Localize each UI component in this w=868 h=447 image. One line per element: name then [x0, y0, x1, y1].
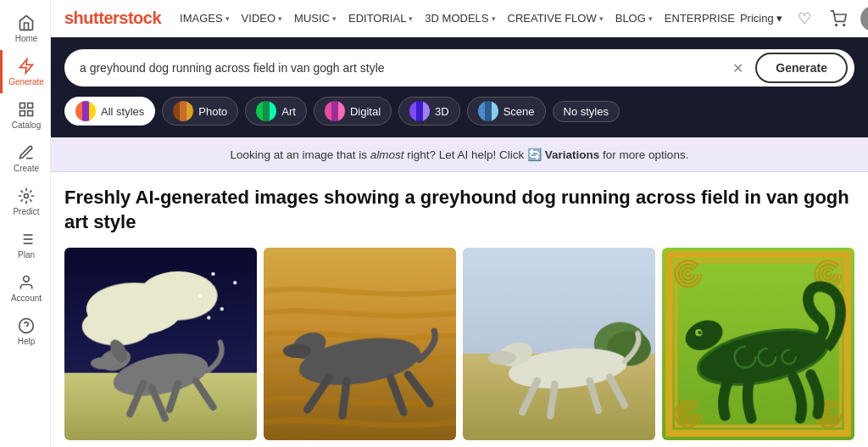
info-text-italic: almost: [370, 148, 404, 161]
style-pill-label-2: Art: [281, 105, 296, 118]
nav-chevron-icon: ▾: [225, 14, 230, 23]
nav-link-video[interactable]: VIDEO▾: [236, 8, 287, 28]
nav-chevron-icon: ▾: [492, 14, 496, 23]
nav-link-music[interactable]: MUSIC▾: [289, 8, 342, 28]
nav-link-blog[interactable]: BLOG▾: [610, 8, 658, 28]
svg-rect-33: [478, 101, 485, 121]
top-nav: shutterstock IMAGES▾VIDEO▾MUSIC▾EDITORIA…: [51, 0, 868, 37]
style-pill-art[interactable]: Art: [245, 97, 307, 126]
image-grid: [64, 248, 854, 440]
clear-icon: ✕: [732, 60, 743, 76]
nav-link-label: 3D MODELS: [425, 12, 488, 25]
svg-rect-20: [89, 101, 96, 121]
image-card-1[interactable]: [64, 248, 257, 440]
cart-button[interactable]: [826, 7, 850, 31]
svg-point-12: [24, 277, 30, 282]
sidebar-icon-generate: [17, 57, 36, 75]
style-thumb-3: [325, 101, 345, 121]
sidebar-label-generate: Generate: [8, 77, 44, 87]
sidebar-icon-plan: [17, 230, 36, 249]
logo-text: shutterstock: [64, 8, 161, 28]
nav-link-editorial[interactable]: EDITORIAL▾: [343, 8, 418, 28]
svg-point-16: [843, 24, 845, 25]
style-pill-3d[interactable]: 3D: [398, 97, 460, 126]
generate-button[interactable]: Generate: [755, 53, 848, 83]
nav-right: Pricing ▾ ♡: [740, 6, 868, 31]
nav-chevron-icon: ▾: [648, 14, 653, 23]
sync-icon: 🔄: [527, 148, 542, 161]
info-text-after: right? Let AI help! Click: [403, 148, 527, 161]
image-card-3[interactable]: [463, 248, 655, 440]
sidebar-item-account[interactable]: Account: [0, 266, 50, 310]
svg-rect-26: [270, 101, 276, 121]
variations-link[interactable]: Variations: [545, 148, 600, 161]
style-pill-scene[interactable]: Scene: [467, 97, 546, 126]
svg-rect-31: [416, 101, 423, 121]
svg-rect-23: [186, 101, 193, 121]
sidebar-item-predict[interactable]: Predict: [0, 180, 50, 223]
svg-marker-0: [20, 59, 33, 74]
sidebar-icon-account: [17, 273, 36, 292]
svg-rect-2: [28, 103, 33, 109]
svg-rect-30: [409, 101, 416, 121]
sidebar-icon-create: [17, 143, 36, 162]
logo[interactable]: shutterstock: [64, 8, 161, 28]
sidebar-item-home[interactable]: Home: [0, 7, 50, 50]
nav-link-label: IMAGES: [180, 12, 223, 25]
style-pill-photo[interactable]: Photo: [162, 97, 238, 126]
cart-icon: [830, 10, 847, 27]
style-thumb-4: [409, 101, 430, 121]
search-clear-button[interactable]: ✕: [726, 57, 748, 79]
style-pill-no-styles[interactable]: No styles: [553, 101, 620, 122]
svg-rect-18: [75, 101, 82, 121]
sidebar-item-catalog[interactable]: Catalog: [0, 93, 50, 137]
image-card-2[interactable]: [264, 248, 456, 440]
sidebar-icon-predict: [17, 187, 36, 205]
sidebar-icon-catalog: [17, 100, 36, 119]
nav-link-label: EDITORIAL: [348, 12, 406, 25]
sidebar-item-help[interactable]: Help: [0, 310, 50, 353]
info-text-end: for more options.: [599, 148, 688, 161]
nav-link-label: CREATIVE FLOW: [508, 12, 597, 25]
favorites-button[interactable]: ♡: [793, 7, 816, 31]
nav-link-enterprise[interactable]: ENTERPRISE: [659, 8, 740, 28]
search-input[interactable]: [80, 61, 726, 75]
nav-chevron-icon: ▾: [599, 14, 604, 23]
sidebar-label-home: Home: [15, 34, 38, 43]
style-pills: All styles Photo Art Digital 3D SceneNo …: [64, 97, 854, 126]
style-thumb-2: [256, 101, 276, 121]
pricing-button[interactable]: Pricing ▾: [740, 12, 782, 25]
svg-point-5: [25, 194, 29, 198]
nav-link-creative-flow[interactable]: CREATIVE FLOW▾: [503, 8, 609, 28]
sidebar-item-plan[interactable]: Plan: [0, 223, 50, 266]
search-bar-container: ✕ Generate: [64, 49, 854, 87]
nav-links: IMAGES▾VIDEO▾MUSIC▾EDITORIAL▾3D MODELS▾C…: [175, 8, 740, 28]
style-thumb-5: [478, 101, 498, 121]
style-pill-label-6: No styles: [564, 105, 609, 118]
style-thumb-0: [75, 101, 96, 121]
style-pill-label-1: Photo: [198, 105, 227, 118]
svg-rect-3: [20, 111, 25, 116]
svg-rect-35: [492, 101, 498, 121]
user-avatar[interactable]: [860, 6, 868, 31]
nav-chevron-icon: ▾: [278, 14, 282, 23]
svg-point-15: [835, 24, 837, 25]
sidebar-icon-home: [17, 14, 36, 32]
sidebar: HomeGenerateCatalogCreatePredictPlanAcco…: [0, 0, 51, 447]
sidebar-icon-help: [17, 316, 36, 335]
style-pill-label-5: Scene: [504, 105, 535, 118]
style-pill-digital[interactable]: Digital: [314, 97, 392, 126]
pricing-label: Pricing: [740, 12, 774, 25]
sidebar-label-plan: Plan: [18, 250, 35, 260]
nav-link-3d-models[interactable]: 3D MODELS▾: [420, 8, 500, 28]
svg-rect-4: [28, 111, 33, 116]
image-card-4[interactable]: [662, 248, 854, 440]
svg-rect-32: [423, 101, 430, 121]
heart-icon: ♡: [798, 9, 811, 28]
sidebar-item-generate[interactable]: Generate: [0, 50, 50, 93]
main-content: shutterstock IMAGES▾VIDEO▾MUSIC▾EDITORIA…: [51, 0, 868, 447]
sidebar-item-create[interactable]: Create: [0, 137, 50, 180]
nav-link-label: ENTERPRISE: [665, 12, 735, 25]
style-pill-all-styles[interactable]: All styles: [64, 97, 155, 126]
nav-link-images[interactable]: IMAGES▾: [175, 8, 235, 28]
